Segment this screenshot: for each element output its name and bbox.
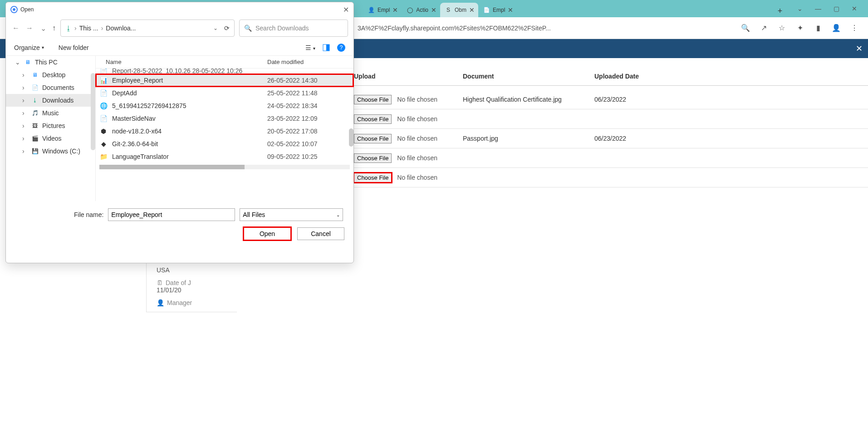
file-row[interactable]: 📄DeptAdd25-05-2022 11:48	[96, 87, 353, 99]
profile-icon[interactable]: 👤	[832, 24, 841, 33]
expand-icon[interactable]: ›	[22, 71, 28, 79]
browser-tab[interactable]: 👤Empl✕	[363, 3, 402, 17]
sidebar-item-videos[interactable]: ›🎬Videos	[6, 132, 95, 145]
url-display[interactable]: 3A%2F%2Fclayfly.sharepoint.com%2Fsites%2…	[358, 25, 741, 32]
file-date: 20-05-2022 17:08	[267, 128, 353, 135]
horizontal-scrollbar[interactable]	[99, 165, 350, 169]
zoom-icon[interactable]: 🔍	[741, 24, 750, 33]
search-input[interactable]: 🔍 Search Downloads	[239, 20, 348, 37]
sidebar-scrollbar[interactable]	[91, 73, 95, 150]
breadcrumb-dropdown-icon[interactable]: ⌄	[213, 25, 218, 31]
share-icon[interactable]: ↗	[759, 24, 768, 33]
refresh-button[interactable]: ⟳	[224, 25, 230, 32]
preview-pane-icon[interactable]	[323, 44, 330, 51]
close-tab-icon[interactable]: ✕	[431, 6, 436, 14]
tab-label: Actio	[416, 7, 428, 13]
document-name: Passport.jpg	[463, 135, 594, 142]
browser-tab[interactable]: 📄Empl✕	[478, 3, 517, 17]
sidebar-item-music[interactable]: ›🎵Music	[6, 107, 95, 119]
cancel-button[interactable]: Cancel	[297, 227, 344, 240]
choose-file-button[interactable]: Choose File	[354, 173, 392, 182]
nav-history-dropdown[interactable]: ⌄	[39, 24, 48, 33]
maximize-button[interactable]: ▢	[832, 5, 841, 12]
choose-file-button[interactable]: Choose File	[354, 153, 392, 163]
choose-file-button[interactable]: Choose File	[354, 134, 392, 143]
minimize-button[interactable]: —	[814, 5, 823, 12]
breadcrumb-seg2[interactable]: Downloa...	[106, 25, 136, 32]
file-row[interactable]: ⬢node-v18.2.0-x6420-05-2022 17:08	[96, 125, 353, 138]
dialog-close-button[interactable]: ✕	[343, 5, 349, 14]
vertical-scrollbar[interactable]	[349, 128, 353, 147]
sidebar-item-windowsc[interactable]: ›💾Windows (C:)	[6, 145, 95, 157]
node-icon: ⬢	[99, 127, 108, 135]
file-row[interactable]: 📁LanguageTranslator09-05-2022 10:25	[96, 150, 353, 163]
nav-back-button[interactable]: ←	[11, 24, 20, 32]
file-row[interactable]: 📊Employee_Report26-05-2022 14:30	[96, 74, 353, 87]
new-tab-button[interactable]: +	[774, 5, 786, 17]
expand-icon[interactable]: ›	[22, 109, 28, 117]
close-tab-icon[interactable]: ✕	[469, 6, 475, 14]
browser-tab[interactable]: ◯Actio✕	[402, 3, 440, 17]
organize-button[interactable]: Organize▾	[14, 44, 44, 51]
filename-label: File name:	[74, 211, 103, 218]
chevron-right-icon: ›	[74, 25, 77, 32]
extensions-icon[interactable]: ✦	[795, 24, 804, 33]
expand-icon[interactable]: ›	[22, 122, 28, 129]
uploads-table-header: Upload Document Uploaded Date	[354, 73, 868, 86]
menu-icon[interactable]: ⋮	[850, 24, 859, 33]
expand-icon[interactable]: ›	[22, 84, 28, 91]
open-button[interactable]: Open	[244, 227, 291, 240]
close-tab-icon[interactable]: ✕	[508, 6, 513, 14]
search-icon: 🔍	[244, 25, 252, 32]
sidebar-item-desktop[interactable]: ›🖥Desktop	[6, 69, 95, 81]
header-upload: Upload	[354, 73, 463, 80]
column-name[interactable]: Name	[106, 59, 267, 65]
view-list-icon[interactable]: ☰ ▾	[305, 44, 315, 51]
breadcrumb-seg1[interactable]: This ...	[79, 25, 98, 32]
sidebar-item-downloads[interactable]: ›⭳Downloads	[6, 94, 95, 107]
upload-row: Choose File No file chosen	[354, 148, 868, 168]
filetype-select[interactable]: All Files ⌄	[240, 208, 343, 221]
tab-favicon: 👤	[368, 6, 375, 14]
file-row[interactable]: 📄MasterSideNav23-05-2022 12:09	[96, 112, 353, 125]
close-window-button[interactable]: ✕	[850, 5, 859, 12]
file-open-dialog: Open ✕ ← → ⌄ ↑ ⭳ › This ... › Downloa...…	[5, 2, 354, 263]
employee-details-partial: USA 🗓 Date of J 11/01/20 👤 Manager	[146, 261, 237, 312]
help-icon[interactable]: ?	[337, 44, 345, 52]
browser-tab[interactable]: SObm✕	[440, 3, 478, 17]
file-name: Git-2.36.0-64-bit	[112, 140, 267, 148]
expand-icon[interactable]: ›	[22, 97, 28, 104]
sidebar-item-thispc[interactable]: ⌄🖥This PC	[6, 56, 95, 69]
close-tab-icon[interactable]: ✕	[392, 6, 398, 14]
sidebar-item-label: Desktop	[42, 71, 92, 79]
file-name: Employee_Report	[112, 77, 267, 84]
nav-forward-button[interactable]: →	[25, 24, 34, 32]
file-rows: 📊Employee_Report26-05-2022 14:30📄DeptAdd…	[96, 74, 353, 163]
file-list-area: Name Date modified 📄Report-28-5-2022_10.…	[96, 56, 353, 201]
choose-file-button[interactable]: Choose File	[354, 114, 392, 124]
no-file-text: No file chosen	[397, 96, 437, 103]
star-icon[interactable]: ☆	[777, 24, 786, 33]
expand-icon[interactable]: ›	[22, 148, 28, 155]
panel-icon[interactable]: ▮	[814, 24, 823, 33]
choose-file-button[interactable]: Choose File	[354, 95, 392, 104]
new-folder-button[interactable]: New folder	[59, 44, 89, 51]
expand-icon[interactable]: ›	[22, 135, 28, 142]
banner-close-icon[interactable]: ✕	[856, 44, 863, 54]
sidebar-item-documents[interactable]: ›📄Documents	[6, 81, 95, 94]
sidebar-item-pictures[interactable]: ›🖼Pictures	[6, 119, 95, 132]
sidebar-item-label: Downloads	[42, 97, 92, 104]
expand-icon[interactable]: ⌄	[15, 59, 20, 66]
doj-value: 11/01/20	[157, 286, 237, 294]
breadcrumb[interactable]: ⭳ › This ... › Downloa... ⌄ ⟳	[60, 20, 235, 37]
nav-up-button[interactable]: ↑	[52, 24, 56, 32]
file-row-partial[interactable]: 📄Report-28-5-2022_10.10.26 28-05-2022 10…	[96, 69, 353, 74]
column-date[interactable]: Date modified	[267, 59, 353, 65]
file-row[interactable]: 🌐5_619941252726941287524-05-2022 18:34	[96, 99, 353, 112]
file-date: 02-05-2022 10:07	[267, 140, 353, 148]
downloads-breadcrumb-icon: ⭳	[65, 25, 72, 32]
dropdown-icon[interactable]: ⌄	[795, 5, 804, 12]
file-row[interactable]: ◆Git-2.36.0-64-bit02-05-2022 10:07	[96, 138, 353, 150]
filename-input[interactable]	[108, 208, 235, 221]
tab-favicon: ◯	[406, 6, 413, 14]
